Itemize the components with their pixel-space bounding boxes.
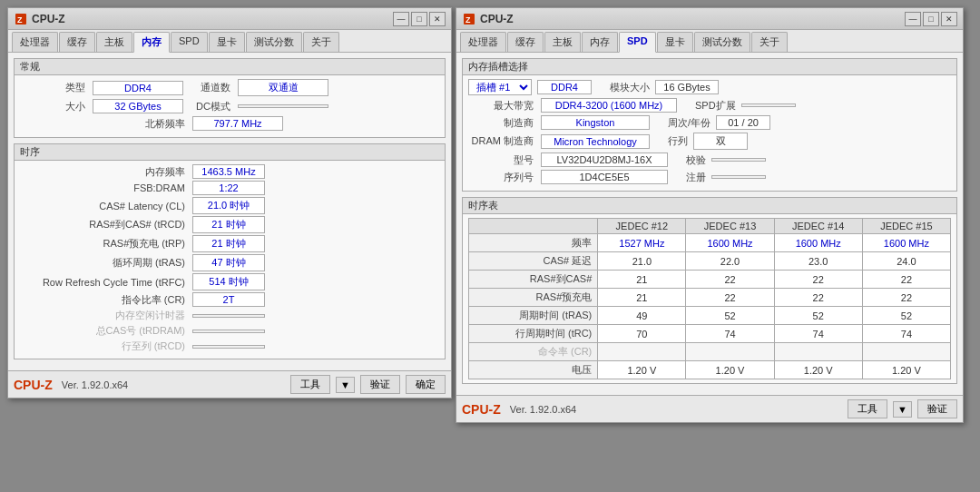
tools-button-1[interactable]: 工具 — [290, 375, 330, 394]
th-empty — [469, 219, 598, 234]
minimize-button-2[interactable]: — — [905, 12, 921, 26]
timing-label-7: 指令比率 (CR) — [20, 293, 192, 307]
timing-value-6: 514 时钟 — [192, 273, 265, 290]
value-week-year: 01 / 20 — [716, 115, 770, 130]
tools-dropdown-1[interactable]: ▼ — [336, 377, 355, 393]
section-normal: 常规 类型 DDR4 通道数 双通道 大小 32 GBytes DC模式 — [14, 58, 446, 138]
table-row-rp: RAS#预充电 21 22 22 22 — [469, 289, 951, 307]
tab-cpu-1[interactable]: 处理器 — [12, 32, 58, 52]
tab-about-1[interactable]: 关于 — [303, 32, 339, 52]
timing-label-5: 循环周期 (tRAS) — [20, 256, 192, 270]
tab-mainboard-1[interactable]: 主板 — [96, 32, 132, 52]
section-timing-table-title: 时序表 — [463, 198, 956, 214]
tab-spd-1[interactable]: SPD — [171, 32, 208, 52]
tr-val-freq-14: 1600 MHz — [774, 234, 862, 252]
timing-table-body: JEDEC #12 JEDEC #13 JEDEC #14 JEDEC #15 … — [463, 214, 956, 383]
tr-val-cas-13: 22.0 — [686, 252, 774, 271]
timing-grid: 内存频率 1463.5 MHz FSB:DRAM 1:22 CAS# Laten… — [15, 161, 445, 359]
app-icon-2: Z — [462, 12, 476, 26]
tr-val-v-14: 1.20 V — [774, 361, 862, 379]
window-controls-2: — □ ✕ — [905, 12, 957, 26]
tab-cache-2[interactable]: 缓存 — [507, 32, 544, 52]
timing-value-10 — [192, 345, 265, 349]
th-jedec13: JEDEC #13 — [686, 219, 774, 234]
tab-bench-1[interactable]: 测试分数 — [246, 32, 302, 52]
tr-label-rp: RAS#预充电 — [469, 289, 598, 307]
tr-val-freq-15: 1600 MHz — [862, 234, 950, 252]
tab-gpu-1[interactable]: 显卡 — [209, 32, 245, 52]
timing-label-3: RAS#到CAS# (tRCD) — [20, 218, 192, 231]
value-module-size: 16 GBytes — [655, 80, 719, 94]
timing-row-6: Row Refresh Cycle Time (tRFC) 514 时钟 — [20, 273, 439, 290]
value-channels: 双通道 — [238, 79, 328, 96]
section-normal-title: 常规 — [15, 59, 445, 75]
verify-button-1[interactable]: 验证 — [360, 375, 400, 394]
tr-label-cas: CAS# 延迟 — [469, 252, 598, 271]
label-rows: 行列 — [668, 134, 688, 148]
minimize-button-1[interactable]: — — [393, 12, 409, 26]
section-slot: 内存插槽选择 插槽 #1 DDR4 模块大小 16 GBytes 最大带宽 — [462, 58, 957, 192]
window-spd: Z CPU-Z — □ ✕ 处理器 缓存 主板 内存 SPD 显卡 测试分数 关… — [456, 7, 964, 423]
slot-body: 插槽 #1 DDR4 模块大小 16 GBytes 最大带宽 DDR4-3200… — [463, 75, 956, 191]
timing-value-7: 2T — [192, 292, 265, 307]
ok-button-1[interactable]: 确定 — [406, 375, 446, 394]
timing-label-1: FSB:DRAM — [20, 182, 192, 193]
label-week-year: 周次/年份 — [668, 116, 710, 130]
timing-label-9: 总CAS号 (tRDRAM) — [20, 324, 192, 338]
footer-logo-2: CPU-Z — [462, 402, 501, 417]
tr-val-rcd-15: 22 — [862, 271, 950, 289]
maximize-button-1[interactable]: □ — [411, 12, 427, 26]
close-button-1[interactable]: ✕ — [429, 12, 446, 26]
value-spd-ext — [741, 103, 796, 107]
timing-label-10: 行至列 (tRCD) — [20, 339, 192, 353]
value-dram-mfr: Micron Technology — [541, 134, 650, 149]
tab-mainboard-2[interactable]: 主板 — [544, 32, 581, 52]
timing-value-2: 21.0 时钟 — [192, 197, 265, 214]
tr-label-cr: 命令率 (CR) — [469, 343, 598, 361]
timing-row-10: 行至列 (tRCD) — [20, 339, 439, 353]
tr-label-rcd: RAS#到CAS# — [469, 271, 598, 289]
footer-logo-1: CPU-Z — [14, 378, 53, 392]
slot-selector[interactable]: 插槽 #1 — [468, 79, 532, 95]
tab-memory-2[interactable]: 内存 — [582, 32, 618, 52]
table-row-cas: CAS# 延迟 21.0 22.0 23.0 24.0 — [469, 252, 951, 271]
tr-val-rcd-13: 22 — [686, 271, 774, 289]
memory-content: 常规 类型 DDR4 通道数 双通道 大小 32 GBytes DC模式 — [8, 53, 451, 370]
label-dc: DC模式 — [183, 100, 238, 113]
tr-val-cas-12: 21.0 — [598, 252, 686, 271]
maximize-button-2[interactable]: □ — [923, 12, 939, 26]
tools-button-2[interactable]: 工具 — [848, 399, 887, 418]
footer-1: CPU-Z Ver. 1.92.0.x64 工具 ▼ 验证 确定 — [8, 370, 451, 398]
tab-about-2[interactable]: 关于 — [751, 32, 788, 52]
value-nb: 797.7 MHz — [192, 116, 283, 131]
tab-memory-1[interactable]: 内存 — [133, 32, 170, 53]
footer-version-1: Ver. 1.92.0.x64 — [62, 379, 285, 390]
label-manufacturer: 制造商 — [468, 116, 541, 130]
section-timing-title: 时序 — [15, 144, 445, 161]
timing-row-0: 内存频率 1463.5 MHz — [20, 164, 439, 179]
tab-cpu-2[interactable]: 处理器 — [460, 32, 506, 52]
tr-val-trc-14: 74 — [774, 325, 862, 343]
verify-button-2[interactable]: 验证 — [917, 399, 957, 418]
title-bar-2: Z CPU-Z — □ ✕ — [456, 8, 963, 30]
tab-cache-1[interactable]: 缓存 — [59, 32, 95, 52]
row-nb: 北桥频率 797.7 MHz — [20, 116, 439, 131]
table-row-voltage: 电压 1.20 V 1.20 V 1.20 V 1.20 V — [469, 361, 951, 379]
tab-gpu-2[interactable]: 显卡 — [657, 32, 693, 52]
tab-bench-2[interactable]: 测试分数 — [694, 32, 750, 52]
timing-row-7: 指令比率 (CR) 2T — [20, 292, 439, 307]
tr-val-tras-14: 52 — [774, 307, 862, 325]
close-button-2[interactable]: ✕ — [941, 12, 957, 26]
th-jedec14: JEDEC #14 — [774, 219, 862, 234]
section-slot-title: 内存插槽选择 — [463, 59, 956, 75]
label-dram-mfr: DRAM 制造商 — [468, 134, 541, 148]
timing-value-5: 47 时钟 — [192, 254, 265, 271]
tab-spd-2[interactable]: SPD — [619, 32, 656, 53]
tools-dropdown-2[interactable]: ▼ — [893, 401, 912, 418]
value-model: LV32D4U2D8MJ-16X — [541, 153, 668, 167]
tr-val-rcd-12: 21 — [598, 271, 686, 289]
tr-val-tras-15: 52 — [862, 307, 950, 325]
section-normal-body: 类型 DDR4 通道数 双通道 大小 32 GBytes DC模式 北桥频率 7… — [15, 75, 445, 137]
app-icon-1: Z — [14, 12, 28, 26]
value-dc — [238, 104, 328, 108]
